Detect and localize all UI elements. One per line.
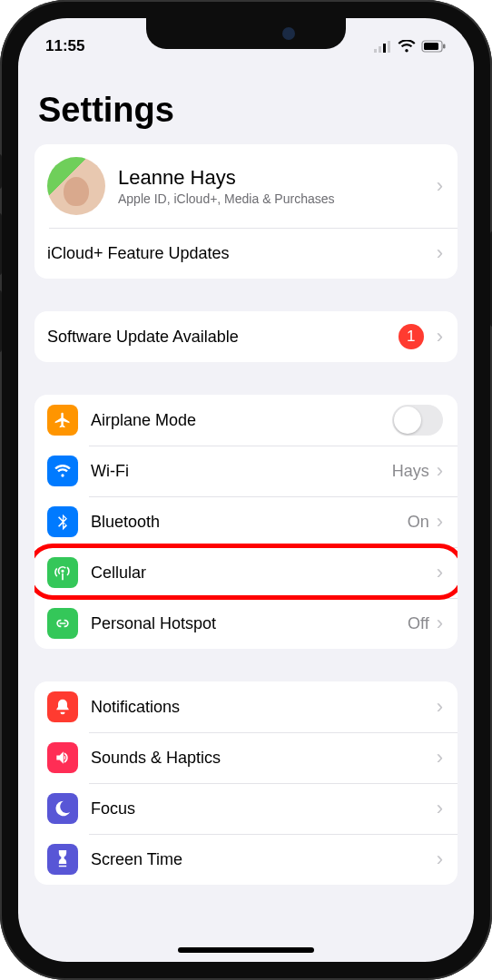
chevron-right-icon: › [437, 695, 443, 719]
notifications-icon [47, 691, 78, 722]
chevron-right-icon: › [437, 612, 443, 635]
wifi-row[interactable]: Wi-Fi Hays › [34, 446, 458, 496]
notifications-row[interactable]: Notifications › [34, 681, 458, 732]
chevron-right-icon: › [437, 848, 443, 871]
page-title: Settings [38, 91, 458, 130]
chevron-right-icon: › [437, 459, 443, 483]
icloud-updates-label: iCloud+ Feature Updates [47, 244, 437, 263]
svg-rect-2 [383, 44, 386, 53]
personal-hotspot-row[interactable]: Personal Hotspot Off › [34, 598, 458, 649]
svg-rect-6 [443, 44, 446, 49]
wifi-label: Wi-Fi [91, 462, 392, 481]
apple-id-row[interactable]: Leanne Hays Apple ID, iCloud+, Media & P… [34, 144, 458, 228]
cellular-label: Cellular [91, 564, 437, 583]
wifi-icon [398, 40, 416, 53]
general-group: Notifications › Sounds & Haptics › Focus… [34, 681, 458, 885]
hotspot-value: Off [408, 614, 429, 633]
sounds-row[interactable]: Sounds & Haptics › [34, 732, 458, 783]
profile-name: Leanne Hays [118, 166, 437, 190]
device-notch [146, 18, 346, 49]
chevron-right-icon: › [437, 746, 443, 769]
screen-time-label: Screen Time [91, 850, 437, 869]
focus-icon [47, 793, 78, 824]
airplane-icon [47, 405, 78, 436]
airplane-label: Airplane Mode [91, 411, 392, 430]
icloud-feature-updates-row[interactable]: iCloud+ Feature Updates › [34, 228, 458, 279]
svg-rect-5 [424, 43, 438, 50]
wifi-icon [47, 456, 78, 486]
bluetooth-icon [47, 506, 78, 537]
chevron-right-icon: › [437, 174, 443, 198]
status-time: 11:55 [45, 37, 84, 55]
screen-time-row[interactable]: Screen Time › [34, 834, 458, 885]
notifications-label: Notifications [91, 698, 437, 717]
software-update-row[interactable]: Software Update Available 1 › [34, 311, 458, 362]
hotspot-label: Personal Hotspot [91, 614, 408, 633]
avatar [47, 157, 105, 215]
chevron-right-icon: › [437, 241, 443, 265]
svg-rect-3 [388, 41, 390, 53]
profile-subtitle: Apple ID, iCloud+, Media & Purchases [118, 191, 437, 206]
focus-label: Focus [91, 799, 437, 818]
software-update-group: Software Update Available 1 › [34, 311, 458, 362]
bluetooth-value: On [408, 513, 429, 532]
wifi-value: Hays [392, 462, 429, 481]
update-badge: 1 [399, 324, 424, 349]
bluetooth-label: Bluetooth [91, 513, 408, 532]
chevron-right-icon: › [437, 510, 443, 534]
home-indicator[interactable] [178, 947, 314, 953]
airplane-toggle[interactable] [392, 405, 443, 436]
chevron-right-icon: › [437, 325, 443, 348]
sounds-icon [47, 742, 78, 773]
profile-group: Leanne Hays Apple ID, iCloud+, Media & P… [34, 144, 458, 279]
screen-time-icon [47, 844, 78, 875]
hotspot-icon [47, 608, 78, 639]
airplane-mode-row[interactable]: Airplane Mode [34, 395, 458, 446]
cellular-icon [47, 557, 78, 588]
svg-rect-1 [379, 46, 381, 53]
software-update-label: Software Update Available [47, 328, 399, 347]
chevron-right-icon: › [437, 797, 443, 820]
connectivity-group: Airplane Mode Wi-Fi Hays › Bluetooth [34, 395, 458, 649]
cellular-row[interactable]: Cellular › [34, 547, 458, 598]
battery-icon [421, 40, 447, 53]
svg-rect-0 [374, 49, 377, 53]
sounds-label: Sounds & Haptics [91, 749, 437, 768]
cellular-signal-icon [374, 41, 392, 53]
focus-row[interactable]: Focus › [34, 783, 458, 834]
chevron-right-icon: › [437, 561, 443, 584]
bluetooth-row[interactable]: Bluetooth On › [34, 496, 458, 547]
